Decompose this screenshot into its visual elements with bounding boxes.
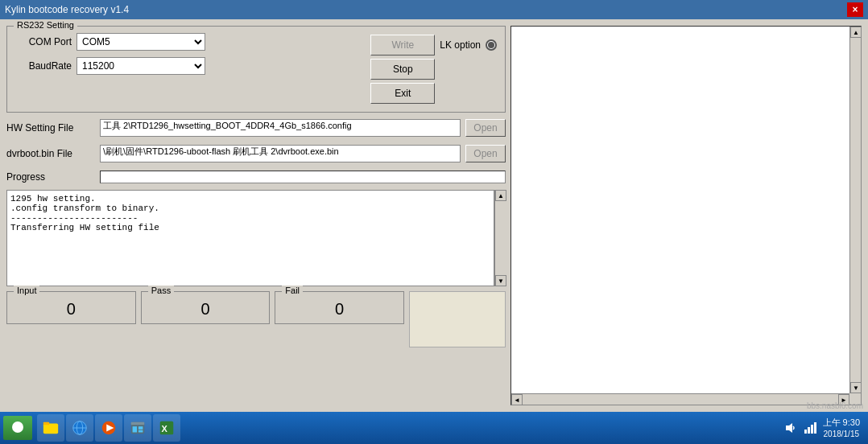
progress-label: Progress xyxy=(6,171,95,183)
fail-stat-legend: Fail xyxy=(282,286,303,295)
lk-option-radio xyxy=(486,39,497,51)
hw-setting-input[interactable]: 工具 2\RTD1296_hwsetting_BOOT_4DDR4_4Gb_s1… xyxy=(100,119,461,137)
title-bar: Kylin bootcode recovery v1.4 × xyxy=(0,0,868,19)
fail-stat-group: Fail 0 xyxy=(275,291,404,324)
svg-rect-9 xyxy=(131,422,145,426)
svg-rect-17 xyxy=(808,427,810,434)
svg-rect-16 xyxy=(804,430,807,434)
input-stat-group: Input 0 xyxy=(6,291,136,324)
pass-stat-value: 0 xyxy=(150,300,262,319)
stats-row: Input 0 Pass 0 Fail 0 xyxy=(6,291,506,347)
taskbar-right: 上午 9:30 2018/1/15 xyxy=(784,417,865,438)
lk-option-label: LK option xyxy=(440,39,481,51)
window-title: Kylin bootcode recovery v1.4 xyxy=(5,4,129,15)
com-port-label: COM Port xyxy=(15,36,72,47)
pass-stat-group: Pass 0 xyxy=(141,291,271,324)
svg-rect-1 xyxy=(43,424,58,434)
log-scroll-down[interactable]: ▼ xyxy=(495,275,506,286)
stop-button[interactable]: Stop xyxy=(370,59,435,80)
left-panel: RS232 Setting COM Port COM5 COM1 COM2 CO… xyxy=(6,26,506,405)
right-panel: ▲ ▼ ◄ ► xyxy=(510,26,862,405)
hw-setting-label: HW Setting File xyxy=(6,122,95,134)
baud-rate-row: BaudRate 115200 9600 19200 38400 57600 xyxy=(15,57,346,75)
taskbar-date: 2018/1/15 xyxy=(823,429,860,439)
pass-stat-legend: Pass xyxy=(148,286,174,295)
rs232-legend: RS232 Setting xyxy=(14,20,77,30)
progress-bar xyxy=(100,171,506,183)
taskbar-icon-5[interactable]: X xyxy=(153,414,180,442)
log-scrollbar[interactable]: ▲ ▼ xyxy=(494,190,506,286)
exit-button[interactable]: Exit xyxy=(370,83,435,104)
right-scroll-down-arrow[interactable]: ▼ xyxy=(850,382,862,393)
right-scroll-v[interactable]: ▲ ▼ xyxy=(849,27,861,393)
input-stat-value: 0 xyxy=(15,300,127,319)
svg-rect-10 xyxy=(133,426,138,432)
right-scroll-thumb xyxy=(850,38,861,382)
taskbar-icons: X xyxy=(37,414,180,442)
log-scroll-up[interactable]: ▲ xyxy=(495,190,506,201)
rs232-group: RS232 Setting COM Port COM5 COM1 COM2 CO… xyxy=(6,26,506,113)
com-port-select[interactable]: COM5 COM1 COM2 COM3 COM4 COM6 xyxy=(76,33,205,51)
taskbar-icon-1[interactable] xyxy=(37,414,64,442)
network-icon xyxy=(804,421,816,434)
right-scroll-up-arrow[interactable]: ▲ xyxy=(850,27,862,38)
dvrboot-label: dvrboot.bin File xyxy=(6,148,95,159)
stat-image-box xyxy=(409,291,506,347)
lk-option-row: Write LK option xyxy=(370,35,497,56)
log-container: 1295 hw setting. .config transform to bi… xyxy=(6,190,506,286)
svg-rect-2 xyxy=(43,422,49,426)
svg-rect-12 xyxy=(138,430,143,433)
close-button[interactable]: × xyxy=(847,2,863,17)
svg-text:X: X xyxy=(162,424,168,434)
baud-rate-label: BaudRate xyxy=(15,60,72,72)
buttons-col: Write LK option Stop Exit xyxy=(370,33,497,104)
log-scroll-track xyxy=(495,201,506,275)
dvrboot-row: dvrboot.bin File \刷机\固件\RTD1296-uboot-fl… xyxy=(6,143,506,164)
right-scroll-left-arrow[interactable]: ◄ xyxy=(511,394,523,405)
svg-marker-15 xyxy=(786,423,792,433)
baud-rate-select[interactable]: 115200 9600 19200 38400 57600 xyxy=(76,57,205,75)
dvrboot-open-button[interactable]: Open xyxy=(465,145,506,162)
right-scroll-h[interactable]: ◄ ► xyxy=(511,393,849,405)
taskbar-icon-3[interactable] xyxy=(95,414,122,442)
svg-rect-18 xyxy=(811,425,813,434)
write-button[interactable]: Write xyxy=(370,35,435,56)
start-button[interactable] xyxy=(3,416,32,440)
svg-rect-19 xyxy=(814,422,816,434)
log-area: 1295 hw setting. .config transform to bi… xyxy=(6,190,494,286)
taskbar: X 上午 9:30 2018/1/15 xyxy=(0,412,868,444)
dvrboot-input[interactable]: \刷机\固件\RTD1296-uboot-flash 刷机工具 2\dvrboo… xyxy=(100,145,461,162)
rs232-fields: COM Port COM5 COM1 COM2 COM3 COM4 COM6 B… xyxy=(15,33,346,104)
fail-stat-value: 0 xyxy=(283,300,395,319)
speaker-icon xyxy=(784,421,797,434)
watermark: bbs.nasbl6.com xyxy=(807,401,863,410)
input-stat-legend: Input xyxy=(14,286,39,295)
hw-setting-open-button[interactable]: Open xyxy=(465,119,506,137)
main-content: RS232 Setting COM Port COM5 COM1 COM2 CO… xyxy=(0,19,868,412)
rs232-layout: COM Port COM5 COM1 COM2 COM3 COM4 COM6 B… xyxy=(15,33,497,104)
hw-setting-row: HW Setting File 工具 2\RTD1296_hwsetting_B… xyxy=(6,117,506,138)
svg-rect-11 xyxy=(138,426,143,430)
com-port-row: COM Port COM5 COM1 COM2 COM3 COM4 COM6 xyxy=(15,33,346,51)
right-scroll-h-track xyxy=(523,394,838,405)
progress-row: Progress xyxy=(6,169,506,185)
right-output[interactable] xyxy=(511,27,861,405)
svg-point-0 xyxy=(12,421,23,433)
taskbar-icon-4[interactable] xyxy=(124,414,151,442)
taskbar-icon-2[interactable] xyxy=(66,414,93,442)
taskbar-time: 上午 9:30 2018/1/15 xyxy=(823,417,860,438)
taskbar-time-line1: 上午 9:30 xyxy=(823,417,860,428)
